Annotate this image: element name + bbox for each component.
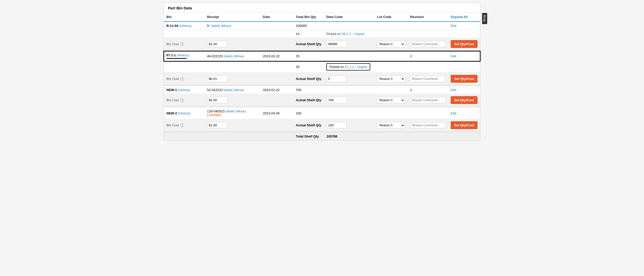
edit-link[interactable]: Edit <box>451 88 456 92</box>
receipt-label-link[interactable]: (label) <box>224 54 233 58</box>
cost-value-input[interactable] <box>207 122 227 128</box>
reason-select-wrapper: Reason C Adjustment Damaged Return Other <box>377 41 405 47</box>
date-cell: 2023-04-05 <box>260 107 293 119</box>
sub-date-cell <box>260 61 293 73</box>
info-icon[interactable]: i <box>180 98 184 102</box>
sub-datecode-cell: Picked on 58.1-1 - Unpick <box>324 30 408 38</box>
revision-cell <box>408 107 448 119</box>
receipt-move-link[interactable]: (Move) <box>234 88 244 92</box>
cost-value-input[interactable] <box>207 76 227 82</box>
bin-cell: NEW-2 (History) <box>164 107 205 119</box>
cost-comments-cell <box>408 119 448 131</box>
sub-receipt-cell <box>205 61 260 73</box>
col-revision: Revision <box>408 12 448 22</box>
edit-link[interactable]: Edit <box>451 24 456 28</box>
bin-label: NEW-1 <box>166 88 177 92</box>
bin-history-link[interactable]: (History) <box>178 88 190 92</box>
edit-link[interactable]: Edit <box>451 54 456 58</box>
info-icon[interactable]: i <box>180 124 184 127</box>
cost-qty-label-cell: Actual Shelf Qty <box>293 94 324 106</box>
set-qty-cost-button[interactable]: Set Qty/Cost <box>451 96 478 104</box>
date-code-cell <box>324 107 375 119</box>
edit-cell: Edit <box>448 107 480 119</box>
sub-bin-cell <box>164 30 205 38</box>
receipt-label-link[interactable]: (label) <box>226 109 235 113</box>
lot-code-cell <box>375 107 408 119</box>
receipt-move-link[interactable]: (Move) <box>221 24 231 28</box>
picked-badge: Picked on 58.1-1 - Unpick <box>326 32 364 36</box>
bin-cost-label: Bin Cost <box>166 42 179 46</box>
picked-link[interactable]: 58.1-1 <box>342 32 351 36</box>
col-bin: Bin <box>164 12 205 22</box>
qty-cell: 700 <box>293 86 324 94</box>
cost-row: Bin Cost i Actual Shelf Qty Reason C Adj… <box>164 38 480 50</box>
shelf-qty-input[interactable] <box>326 97 347 103</box>
bin-cell: 67.1-1 (History) <box>164 51 205 61</box>
total-shelf-row: Total Shelf Qty 100786 <box>164 132 480 141</box>
table-row: NEW-1 (History) 52-022223 (label) (Move)… <box>164 86 480 94</box>
sub-receipt-cell <box>205 30 260 38</box>
bin-label: B-11-04 <box>166 24 178 28</box>
reason-comments-input[interactable] <box>410 97 446 103</box>
bin-history-link[interactable]: (History) <box>179 24 192 28</box>
edit-link[interactable]: Edit <box>451 111 456 115</box>
receipt-move-link[interactable]: (Move) <box>236 109 246 113</box>
edit-cell: Edit <box>448 22 480 30</box>
reason-select[interactable]: Reason C Adjustment Damaged Return Other <box>377 41 405 47</box>
total-value-cell: 100786 <box>324 132 375 141</box>
set-qty-cost-button[interactable]: Set Qty/Cost <box>451 121 478 129</box>
info-icon[interactable]: i <box>180 77 184 81</box>
info-icon[interactable]: i <box>180 42 184 46</box>
col-expand-all[interactable]: Expand All <box>448 12 480 22</box>
reason-select[interactable]: Reason C Adjustment Damaged Return Other <box>377 76 405 82</box>
shelf-qty-input[interactable] <box>326 76 347 82</box>
receipt-cell: 9- (label) (Move) <box>205 22 260 30</box>
unpick-link[interactable]: Unpick <box>357 65 367 69</box>
set-qty-cost-button[interactable]: Set Qty/Cost <box>451 40 478 48</box>
date-cell: 2023-02-22 <box>260 86 293 94</box>
cost-action-cell: Set Qty/Cost <box>448 119 480 131</box>
cost-value-input[interactable] <box>207 41 227 47</box>
unpick-link[interactable]: Unpick <box>354 32 365 36</box>
reason-comments-input[interactable] <box>410 122 446 128</box>
date-code-cell <box>324 86 375 94</box>
cost-shelf-qty-cell <box>324 38 375 50</box>
bin-history-link[interactable]: (History) <box>177 53 189 57</box>
receipt-label-link[interactable]: (label) <box>224 88 233 92</box>
revision-cell: 1 <box>408 86 448 94</box>
cost-label-cell: Bin Cost i <box>164 38 205 50</box>
bin-history-link[interactable]: (History) <box>178 111 190 115</box>
cost-action-cell: Set Qty/Cost <box>448 38 480 50</box>
cost-value-cell <box>205 73 260 85</box>
shelf-qty-input[interactable] <box>326 122 347 128</box>
shelf-qty-input[interactable] <box>326 41 347 47</box>
reason-select[interactable]: Reason C Adjustment Damaged Return Other <box>377 97 405 103</box>
edit-cell: Edit <box>448 86 480 94</box>
reason-select[interactable]: Reason C Adjustment Damaged Return Other <box>377 122 405 128</box>
cost-value-input[interactable] <box>207 97 227 103</box>
picked-link[interactable]: 67.1-1 <box>345 65 354 69</box>
bin-label: 67.1-1 <box>166 53 176 57</box>
cost-label-cell: Bin Cost i <box>164 94 205 106</box>
help-tab[interactable]: Help <box>482 13 487 24</box>
col-total-bin-qty: Total Bin Qty <box>293 12 324 22</box>
set-qty-cost-button[interactable]: Set Qty/Cost <box>451 75 478 83</box>
reason-comments-input[interactable] <box>410 76 446 82</box>
sub-datecode-cell: Picked on 67.1-1 - Unpick <box>324 61 408 73</box>
cost-qty-label-cell: Actual Shelf Qty <box>293 38 324 50</box>
reason-comments-input[interactable] <box>410 41 446 47</box>
total-empty-3 <box>260 132 293 141</box>
cost-label-cell: Bin Cost i <box>164 73 205 85</box>
bin-cost-label: Bin Cost <box>166 123 179 127</box>
date-cell: 2023-02-22 <box>260 51 293 61</box>
date-cell <box>260 22 293 30</box>
receipt-move-link[interactable]: (Move) <box>234 54 244 58</box>
receipt-cell: 48-022223 (label) (Move) <box>205 51 260 61</box>
cost-date-cell <box>260 94 293 106</box>
receipt-label-link[interactable]: (label) <box>211 24 220 28</box>
qty-cell: 25 <box>293 51 324 61</box>
cost-date-cell <box>260 38 293 50</box>
sub-qty-cell: 25 <box>293 61 324 73</box>
cost-reason-cell: Reason C Adjustment Damaged Return Other <box>375 38 408 50</box>
bin-cost-label: Bin Cost <box>166 98 179 102</box>
